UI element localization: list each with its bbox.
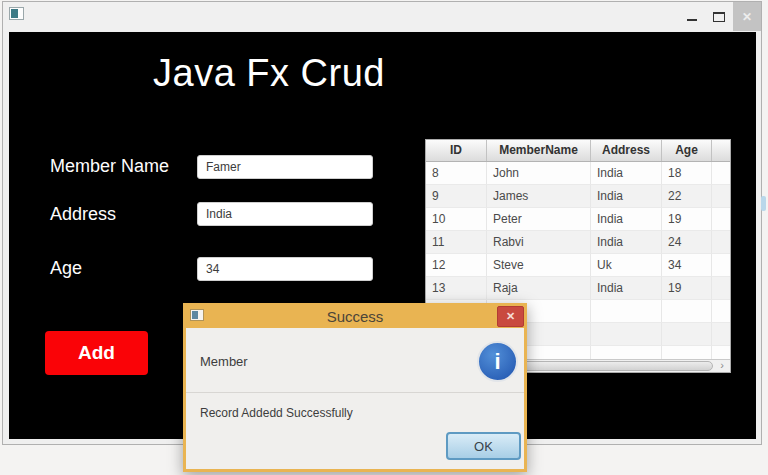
column-header-id[interactable]: ID	[426, 140, 487, 161]
cell-filler	[712, 185, 730, 208]
cell-age: 19	[662, 208, 712, 231]
minimize-button[interactable]	[683, 2, 701, 31]
cell-filler	[712, 208, 730, 231]
cell-membername: Rabvi	[487, 231, 591, 254]
cell-membername: John	[487, 162, 591, 185]
minimize-icon	[687, 19, 697, 21]
cell-address: Uk	[591, 254, 662, 277]
cell-membername: James	[487, 185, 591, 208]
cell-id: 12	[426, 254, 487, 277]
cell-filler	[712, 254, 730, 277]
table-row[interactable]: 12 Steve Uk 34	[426, 254, 730, 277]
success-dialog: Success ✕ Member i Record Addedd Success…	[183, 303, 527, 472]
age-field[interactable]	[197, 257, 373, 281]
dialog-message: Record Addedd Successfully	[200, 406, 353, 420]
cell-membername: Steve	[487, 254, 591, 277]
table-row[interactable]: 10 Peter India 19	[426, 208, 730, 231]
column-header-filler	[712, 140, 730, 161]
page-scrollbar-fragment	[761, 196, 766, 211]
cell-id: 11	[426, 231, 487, 254]
column-header-address[interactable]: Address	[591, 140, 662, 161]
cell-id: 9	[426, 185, 487, 208]
cell-id: 8	[426, 162, 487, 185]
member-name-label: Member Name	[50, 156, 169, 177]
dialog-close-button[interactable]: ✕	[497, 306, 524, 327]
ok-button[interactable]: OK	[446, 432, 521, 460]
table-row[interactable]: 9 James India 22	[426, 185, 730, 208]
close-icon: ✕	[742, 10, 752, 24]
cell-membername: Peter	[487, 208, 591, 231]
cell-id: 10	[426, 208, 487, 231]
column-header-age[interactable]: Age	[662, 140, 712, 161]
member-name-field[interactable]	[197, 155, 373, 179]
cell-address: India	[591, 162, 662, 185]
dialog-header-text: Member	[200, 354, 248, 369]
address-field[interactable]	[197, 202, 373, 226]
cell-age: 22	[662, 185, 712, 208]
app-window-icon	[9, 7, 24, 20]
table-row[interactable]: 13 Raja India 19	[426, 277, 730, 300]
dialog-body: Member i Record Addedd Successfully OK	[186, 328, 524, 469]
cell-address: India	[591, 231, 662, 254]
scroll-right-icon[interactable]: ›	[714, 360, 730, 372]
table-header-row: ID MemberName Address Age	[426, 140, 730, 162]
maximize-icon	[713, 12, 725, 22]
titlebar: ✕	[3, 2, 761, 31]
cell-age: 19	[662, 277, 712, 300]
cell-filler	[712, 277, 730, 300]
dialog-titlebar: Success ✕	[186, 306, 524, 328]
cell-age: 18	[662, 162, 712, 185]
dialog-title: Success	[186, 308, 524, 325]
cell-filler	[712, 162, 730, 185]
cell-address: India	[591, 185, 662, 208]
cell-age: 34	[662, 254, 712, 277]
column-header-membername[interactable]: MemberName	[487, 140, 591, 161]
table-row[interactable]: 8 John India 18	[426, 162, 730, 185]
add-button[interactable]: Add	[45, 331, 148, 375]
address-label: Address	[50, 204, 116, 225]
page-title: Java Fx Crud	[124, 52, 414, 95]
close-button[interactable]: ✕	[733, 2, 761, 31]
maximize-button[interactable]	[709, 2, 729, 31]
cell-address: India	[591, 208, 662, 231]
info-icon: i	[477, 341, 518, 382]
cell-address: India	[591, 277, 662, 300]
cell-filler	[712, 231, 730, 254]
age-label: Age	[50, 258, 82, 279]
table-row[interactable]: 11 Rabvi India 24	[426, 231, 730, 254]
cell-age: 24	[662, 231, 712, 254]
cell-id: 13	[426, 277, 487, 300]
dialog-separator	[186, 392, 524, 393]
close-icon: ✕	[506, 310, 515, 323]
cell-membername: Raja	[487, 277, 591, 300]
